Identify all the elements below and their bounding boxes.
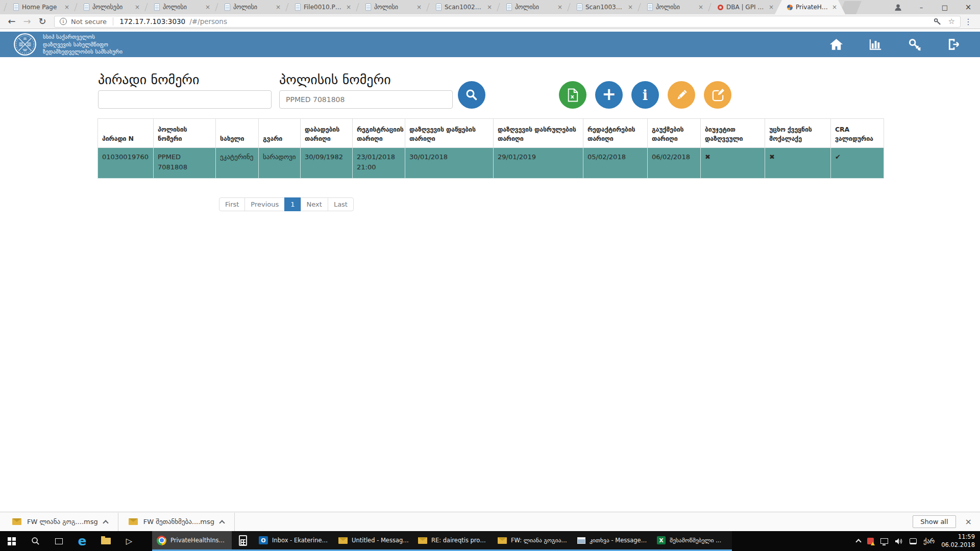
maximize-button[interactable]: □ (933, 0, 957, 14)
tab-close-icon[interactable]: × (487, 4, 492, 10)
taskbar-button[interactable]: Inbox - Ekaterine O... (254, 531, 334, 551)
table-cell[interactable]: სარადოვი (259, 148, 301, 179)
bookmark-star-icon[interactable]: ☆ (948, 18, 955, 26)
table-row[interactable]: 01030019760PPMED 7081808ეკატერინესარადოვ… (98, 148, 884, 179)
home-button[interactable] (829, 38, 844, 51)
profile-button[interactable] (886, 0, 910, 14)
taskbar-button[interactable]: RE: daireqtis proble... (413, 531, 493, 551)
add-button[interactable]: + (595, 81, 623, 109)
info-icon[interactable]: i (60, 18, 67, 25)
table-cell[interactable]: 01030019760 (98, 148, 154, 179)
start-button[interactable] (0, 531, 23, 551)
refresh-button[interactable]: ↻ (35, 17, 50, 26)
table-cell[interactable]: PPMED 7081808 (154, 148, 216, 179)
download-item[interactable]: FW შეთანხმება....msg (126, 518, 227, 525)
table-cell[interactable]: 30/09/1982 (301, 148, 353, 179)
info-button[interactable]: i (631, 81, 659, 109)
back-button[interactable]: ← (4, 17, 19, 26)
browser-tab[interactable]: პოლისები× (75, 0, 145, 14)
pagination-1[interactable]: 1 (284, 197, 301, 211)
taskbar-button[interactable]: PrivateHealthInsura... (152, 531, 232, 551)
table-cell[interactable]: 05/02/2018 (583, 148, 648, 179)
logout-button[interactable] (947, 38, 962, 51)
table-cell[interactable]: 29/01/2019 (494, 148, 583, 179)
network-icon[interactable] (880, 538, 888, 544)
task-view-button[interactable] (47, 531, 70, 551)
tab-close-icon[interactable]: × (346, 4, 351, 10)
edit-form-button[interactable] (704, 81, 731, 109)
tab-close-icon[interactable]: × (698, 4, 703, 10)
browser-tab[interactable]: Scan10038.JPG× (568, 0, 638, 14)
taskbar-button-label: Untitled - Message ... (352, 537, 409, 544)
notifications-icon[interactable] (910, 538, 917, 544)
language-indicator[interactable]: ქარ (923, 538, 935, 545)
table-cell[interactable]: ✔ (831, 148, 884, 179)
chevron-up-icon[interactable] (103, 520, 108, 525)
saved-password-key-icon[interactable] (934, 18, 941, 26)
svg-text:x: x (571, 93, 574, 99)
address-bar[interactable]: i Not secure 172.17.7.103:3030 /#/person… (54, 16, 961, 28)
password-button[interactable] (908, 38, 922, 51)
pagination-last[interactable]: Last (328, 197, 354, 211)
taskbar-button[interactable]: შესამოწმებელი ... (652, 531, 732, 551)
calculator-icon (239, 535, 247, 546)
close-downloads-icon[interactable]: × (965, 517, 972, 527)
table-cell[interactable]: ✖ (701, 148, 765, 179)
show-all-button[interactable]: Show all (913, 515, 955, 528)
envelope-icon (498, 537, 507, 544)
browser-tab[interactable]: Scan10027.JPG× (427, 0, 497, 14)
chevron-up-icon[interactable] (219, 520, 225, 525)
tab-close-icon[interactable]: × (628, 4, 633, 10)
edge-button[interactable]: e (70, 531, 94, 551)
browser-tab[interactable]: პოლისი× (638, 0, 708, 14)
browser-tab[interactable]: Home Page× (4, 0, 75, 14)
download-item[interactable]: FW ლიანა გოგ....msg (9, 518, 111, 525)
pagination-next[interactable]: Next (301, 197, 328, 211)
pagination-first[interactable]: First (219, 197, 245, 211)
table-cell[interactable]: 23/01/2018 21:00 (353, 148, 405, 179)
browser-menu-button[interactable]: ⋮ (961, 17, 976, 27)
media-app-button[interactable]: ▷ (117, 531, 141, 551)
tab-close-icon[interactable]: × (769, 4, 774, 10)
tab-close-icon[interactable]: × (276, 4, 281, 10)
browser-tab[interactable]: პოლისი× (215, 0, 286, 14)
edit-button[interactable] (668, 81, 695, 109)
browser-tab[interactable]: File0010.PDF× (286, 0, 356, 14)
clock[interactable]: 11:59 06.02.2018 (941, 533, 975, 549)
table-cell[interactable]: 06/02/2018 (648, 148, 701, 179)
browser-tab[interactable]: DBA | GPI Hold× (708, 0, 779, 14)
tab-title: პოლისი (374, 4, 413, 11)
browser-tab[interactable]: პოლისი× (145, 0, 215, 14)
export-excel-button[interactable]: x (559, 81, 586, 109)
tab-close-icon[interactable]: × (135, 4, 140, 10)
tab-close-icon[interactable]: × (832, 4, 837, 10)
tray-chevron-up-icon[interactable] (856, 539, 862, 544)
taskbar-button[interactable]: კითხვა - Message ... (573, 531, 652, 551)
minimize-button[interactable]: – (910, 0, 933, 14)
volume-icon[interactable] (895, 538, 903, 545)
browser-tab[interactable]: პოლისი× (497, 0, 568, 14)
browser-tab[interactable]: პოლისი× (356, 0, 427, 14)
browser-tab[interactable]: PrivateHealthIn...× (775, 0, 845, 14)
table-cell[interactable]: 30/01/2018 (405, 148, 494, 179)
taskbar-button[interactable]: FW: ლიანა გოგია... (493, 531, 573, 551)
antivirus-warning-icon[interactable] (867, 538, 874, 544)
pagination-previous[interactable]: Previous (244, 197, 285, 211)
personal-number-input[interactable] (98, 90, 272, 109)
taskbar-search-button[interactable] (23, 531, 47, 551)
taskbar-button[interactable] (232, 531, 254, 551)
taskbar-button[interactable]: Untitled - Message ... (334, 531, 413, 551)
forward-button[interactable]: → (19, 17, 35, 26)
file-explorer-button[interactable] (94, 531, 117, 551)
policy-number-input[interactable] (279, 90, 453, 109)
tab-close-icon[interactable]: × (416, 4, 422, 10)
tab-close-icon[interactable]: × (205, 4, 210, 10)
close-window-button[interactable]: × (957, 0, 980, 14)
search-button[interactable] (458, 81, 485, 109)
tab-title: პოლისები (92, 4, 132, 11)
reports-button[interactable] (868, 38, 883, 51)
tab-close-icon[interactable]: × (64, 4, 69, 10)
table-cell[interactable]: ✖ (765, 148, 831, 179)
tab-close-icon[interactable]: × (557, 4, 562, 10)
table-cell[interactable]: ეკატერინე (216, 148, 259, 179)
